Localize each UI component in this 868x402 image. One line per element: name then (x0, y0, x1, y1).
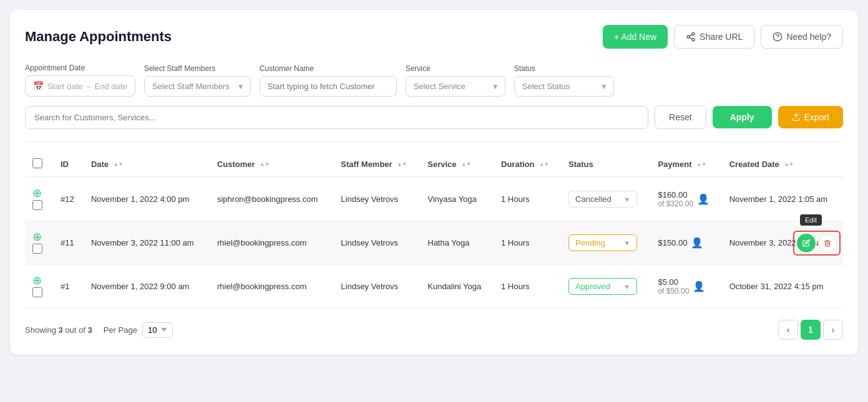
svg-point-2 (692, 39, 695, 41)
reset-button[interactable]: Reset (655, 105, 706, 129)
cell-id: #11 (53, 221, 84, 265)
status-badge-arrow: ▼ (623, 196, 630, 203)
table-footer: Showing 3 out of 3 Per Page 10 25 50 ‹ 1… (25, 320, 843, 340)
table-row: ⊕ #11 November 3, 2022 11:00 am rhiel@bo… (25, 221, 843, 265)
status-select[interactable]: Select Status (514, 76, 614, 97)
cell-id: #1 (53, 265, 84, 309)
cell-created-date: November 3, 2022 0:04 am Edit (722, 221, 843, 265)
edit-button[interactable] (797, 234, 816, 252)
cell-duration: 1 Hours (494, 221, 561, 265)
row-checkbox[interactable] (32, 287, 42, 297)
appointment-date-filter: Appointment Date 📅 Start date – End date (25, 64, 135, 97)
table-row: ⊕ #1 November 1, 2022 9:00 am rhiel@book… (25, 265, 843, 309)
customer-name-input[interactable] (260, 76, 397, 97)
export-button[interactable]: Export (778, 106, 843, 128)
search-action-row: Reset Apply Export (25, 105, 843, 129)
date-range-input[interactable]: 📅 Start date – End date (25, 75, 135, 97)
payment-amount: $160.00 (658, 190, 693, 199)
cell-date: November 1, 2022 9:00 am (84, 265, 210, 309)
payment-transfer-icon[interactable]: 👤 (691, 237, 703, 249)
service-select-wrapper: Select Service ▼ (406, 76, 505, 97)
table-header-row: ID Date ▲▼ Customer ▲▼ Staff Member ▲▼ S… (25, 152, 843, 177)
created-sort-icon[interactable]: ▲▼ (784, 162, 794, 168)
service-select[interactable]: Select Service (406, 76, 505, 97)
delete-button[interactable] (818, 234, 837, 252)
need-help-button[interactable]: Need help? (761, 25, 843, 49)
col-staff: Staff Member ▲▼ (333, 152, 420, 177)
date-sort-icon[interactable]: ▲▼ (114, 162, 124, 168)
date-dash: – (86, 82, 90, 91)
search-input-wrapper (25, 106, 648, 129)
row-actions-box: Edit (793, 231, 841, 256)
staff-select[interactable]: Select Staff Members (144, 76, 251, 97)
share-url-button[interactable]: Share URL (674, 25, 754, 49)
payment-transfer-icon[interactable]: 👤 (693, 280, 705, 292)
per-page-select[interactable]: 10 25 50 (142, 322, 173, 338)
cell-id: #12 (53, 177, 84, 221)
cell-status: Pending ▼ (561, 221, 650, 265)
payment-amount: $5.00 (658, 277, 689, 287)
row-expand-cell: ⊕ (25, 221, 53, 265)
share-icon (686, 32, 696, 42)
page-1-button[interactable]: 1 (801, 320, 821, 340)
row-expand-icon[interactable]: ⊕ (32, 274, 42, 287)
status-select-wrapper: Select Status ▼ (514, 76, 614, 97)
payment-amount: $150.00 (658, 238, 687, 247)
cell-staff: Lindsey Vetrovs (333, 221, 420, 265)
appointment-date-label: Appointment Date (25, 64, 135, 72)
customer-name-label: Customer Name (260, 64, 397, 73)
status-badge[interactable]: Pending ▼ (568, 234, 637, 251)
row-expand-icon[interactable]: ⊕ (32, 231, 42, 243)
divider (25, 141, 843, 142)
svg-line-3 (690, 37, 693, 39)
cell-service: Vinyasa Yoga (420, 177, 494, 221)
row-expand-cell: ⊕ (25, 177, 53, 221)
status-filter: Status Select Status ▼ (514, 64, 614, 97)
status-badge[interactable]: Cancelled ▼ (568, 191, 637, 208)
staff-filter: Select Staff Members Select Staff Member… (144, 64, 251, 97)
staff-sort-icon[interactable]: ▲▼ (397, 162, 407, 168)
col-service: Service ▲▼ (420, 152, 494, 177)
col-id: ID (53, 152, 84, 177)
cell-created-date: November 1, 2022 1:05 am (722, 177, 843, 221)
export-label: Export (804, 112, 829, 122)
cell-staff: Lindsey Vetrovs (333, 265, 420, 309)
cell-customer: rhiel@bookingpress.com (210, 221, 333, 265)
next-page-button[interactable]: › (823, 320, 843, 340)
showing-text: Showing 3 out of 3 (25, 325, 92, 335)
edit-tooltip: Edit (800, 214, 822, 226)
per-page-control: Per Page 10 25 50 (104, 322, 173, 338)
search-input[interactable] (25, 106, 648, 129)
share-url-label: Share URL (700, 32, 743, 42)
row-expand-icon[interactable]: ⊕ (32, 187, 42, 199)
header-checkbox-cell (25, 152, 53, 177)
help-icon (773, 32, 783, 42)
table-row: ⊕ #12 November 1, 2022 4:00 pm siphron@b… (25, 177, 843, 221)
row-checkbox[interactable] (32, 200, 42, 210)
start-date-placeholder: Start date (47, 82, 82, 91)
page-title: Manage Appointments (25, 29, 172, 45)
row-checkbox[interactable] (32, 244, 42, 254)
prev-page-button[interactable]: ‹ (778, 320, 798, 340)
staff-select-wrapper: Select Staff Members ▼ (144, 76, 251, 97)
status-badge-arrow: ▼ (623, 239, 630, 247)
col-payment: Payment ▲▼ (650, 152, 721, 177)
status-badge[interactable]: Approved ▼ (568, 278, 637, 295)
cell-duration: 1 Hours (494, 177, 561, 221)
cell-customer: siphron@bookingpress.com (210, 177, 333, 221)
select-all-checkbox[interactable] (32, 158, 42, 168)
cell-customer: rhiel@bookingpress.com (210, 265, 333, 309)
per-page-label: Per Page (104, 325, 137, 335)
col-customer: Customer ▲▼ (210, 152, 333, 177)
payment-sort-icon[interactable]: ▲▼ (696, 162, 706, 168)
apply-button[interactable]: Apply (713, 106, 772, 128)
add-new-button[interactable]: + Add New (603, 25, 668, 49)
export-icon (792, 113, 801, 122)
customer-filter: Customer Name (260, 64, 397, 97)
cell-payment: $5.00 of $50.00 👤 (650, 265, 721, 309)
payment-transfer-icon[interactable]: 👤 (697, 193, 710, 205)
service-sort-icon[interactable]: ▲▼ (461, 162, 471, 168)
customer-sort-icon[interactable]: ▲▼ (260, 162, 270, 168)
duration-sort-icon[interactable]: ▲▼ (539, 162, 549, 168)
service-label: Service (406, 64, 505, 73)
